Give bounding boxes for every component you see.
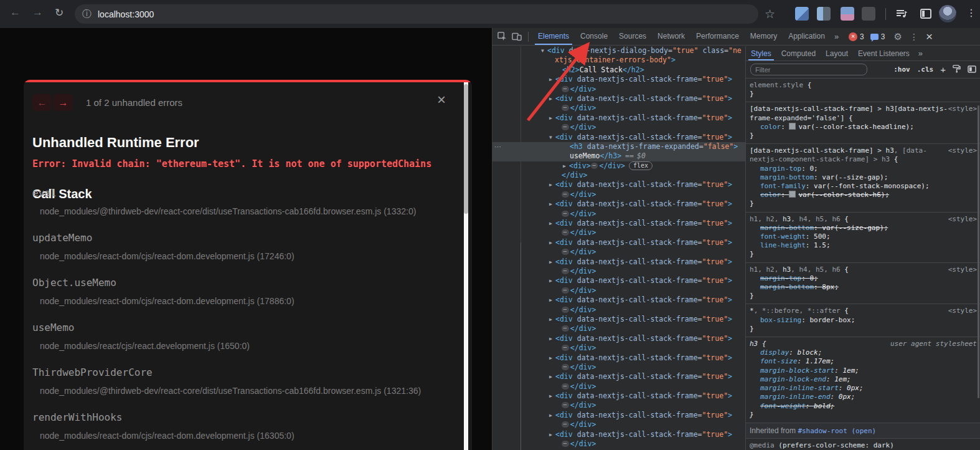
paint-format-icon[interactable] (953, 64, 961, 75)
ellipsis-expand-icon[interactable]: ⋯ (562, 383, 569, 390)
expand-arrow-icon[interactable]: ▶ (549, 113, 555, 123)
dom-tree-row[interactable]: ▶<divdata-nextjs-call-stack-frame="true"… (492, 94, 745, 103)
tab-styles[interactable]: Styles (751, 47, 771, 60)
tab-network[interactable]: Network (657, 28, 685, 45)
address-bar[interactable]: ⓘ localhost:3000 (75, 4, 758, 24)
dom-tree-row[interactable]: ⋯</div> (492, 123, 745, 132)
dom-tree-row[interactable]: </div> (492, 171, 745, 180)
ellipsis-expand-icon[interactable]: ⋯ (562, 249, 569, 255)
dom-tree-row[interactable]: ▶<div>⋯</div>flex (492, 161, 745, 171)
css-rule-element-style[interactable]: element.style { } (746, 79, 980, 102)
css-rule[interactable]: <style> [data-nextjs-call-stack-frame] >… (746, 144, 980, 212)
tab-memory[interactable]: Memory (750, 28, 777, 45)
gutter-more-icon[interactable]: ⋯ (494, 143, 501, 151)
url-text[interactable]: localhost:3000 (98, 9, 154, 19)
back-icon[interactable]: ← (10, 6, 21, 19)
toggle-hover-state-button[interactable]: :hov (893, 65, 910, 74)
expand-arrow-icon[interactable]: ▶ (549, 199, 555, 209)
dom-tree-row[interactable]: ⋯</div> (492, 401, 745, 410)
dom-tree-row[interactable]: ▼<divdata-nextjs-dialog-body="true"class… (492, 46, 745, 55)
expand-arrow-icon[interactable]: ▶ (549, 353, 555, 363)
expand-arrow-icon[interactable]: ▶ (549, 315, 555, 324)
browser-menu-icon[interactable]: ⋮ (966, 7, 976, 19)
dom-tree-row[interactable]: ▶<divdata-nextjs-call-stack-frame="true"… (492, 238, 745, 247)
expand-arrow-icon[interactable]: ▶ (549, 180, 555, 189)
expand-arrow-icon[interactable]: ▶ (549, 276, 555, 285)
stylesheet-link[interactable]: <style> (948, 215, 977, 224)
more-tabs-icon[interactable]: » (834, 32, 839, 41)
ellipsis-expand-icon[interactable]: ⋯ (562, 325, 569, 332)
device-toolbar-icon[interactable] (512, 32, 522, 41)
stylesheet-link[interactable]: <style> (948, 146, 977, 155)
css-rule[interactable]: <style> *, *::before, *::after { box-siz… (746, 304, 980, 337)
stylesheet-link[interactable]: <style> (948, 105, 977, 113)
tab-event-listeners[interactable]: Event Listeners (858, 47, 910, 60)
ellipsis-expand-icon[interactable]: ⋯ (591, 163, 598, 169)
dom-tree-row[interactable]: ▼<divdata-nextjs-call-stack-frame="true"… (492, 133, 745, 142)
toggle-class-button[interactable]: .cls (917, 65, 934, 74)
dom-tree-row[interactable]: ▶<divdata-nextjs-call-stack-frame="true"… (492, 199, 745, 209)
dom-tree-row[interactable]: ⋯</div> (492, 305, 745, 315)
dom-tree-row-selected[interactable]: useMemo</h3>==$0 (492, 151, 745, 161)
color-swatch[interactable] (789, 123, 796, 130)
dom-tree-row[interactable]: ⋯</div> (492, 247, 745, 257)
tab-console[interactable]: Console (580, 28, 608, 45)
ellipsis-expand-icon[interactable]: ⋯ (562, 124, 569, 130)
ellipsis-expand-icon[interactable]: ⋯ (562, 191, 569, 198)
dom-tree-row[interactable]: ⋯</div> (492, 324, 745, 333)
expand-arrow-icon[interactable]: ▼ (541, 46, 547, 55)
dom-tree-row[interactable]: ▶<divdata-nextjs-call-stack-frame="true"… (492, 276, 745, 285)
dom-tree-row[interactable]: ▶<divdata-nextjs-call-stack-frame="true"… (492, 315, 745, 324)
extension-icon[interactable] (841, 7, 854, 21)
dom-tree-row[interactable]: ▶<divdata-nextjs-call-stack-frame="true"… (492, 75, 745, 84)
more-tabs-icon[interactable]: » (918, 49, 923, 58)
expand-arrow-icon[interactable]: ▶ (549, 257, 555, 267)
expand-arrow-icon[interactable]: ▶ (549, 411, 555, 420)
tab-layout[interactable]: Layout (826, 47, 848, 60)
css-rule[interactable]: <style> h1, h2, h3, h4, h5, h6 { margin-… (746, 263, 980, 305)
inspect-element-icon[interactable] (497, 32, 507, 41)
ellipsis-expand-icon[interactable]: ⋯ (562, 268, 569, 274)
forward-icon[interactable]: → (32, 6, 43, 19)
dom-tree-row[interactable]: ▶<divdata-nextjs-call-stack-frame="true"… (492, 219, 745, 228)
expand-arrow-icon[interactable]: ▶ (549, 334, 555, 343)
dom-tree-row[interactable]: ▶<divdata-nextjs-call-stack-frame="true"… (492, 372, 745, 381)
dom-tree-row[interactable]: ▶<divdata-nextjs-call-stack-frame="true"… (492, 180, 745, 189)
ellipsis-expand-icon[interactable]: ⋯ (562, 364, 569, 370)
console-error-icon[interactable]: ✕ (849, 32, 857, 41)
dom-tree-row[interactable]: xtjs-container-errors-body"> (492, 55, 745, 65)
stylesheet-link[interactable]: <style> (948, 307, 977, 315)
expand-arrow-icon[interactable]: ▶ (563, 161, 569, 171)
tab-computed[interactable]: Computed (781, 47, 816, 60)
dom-tree-row[interactable]: <h2>Call Stack</h2> (492, 65, 745, 75)
bookmark-star-icon[interactable]: ☆ (765, 7, 775, 21)
dom-tree-row[interactable]: ▶<divdata-nextjs-call-stack-frame="true"… (492, 430, 745, 439)
ellipsis-expand-icon[interactable]: ⋯ (562, 441, 569, 447)
tab-elements[interactable]: Elements (538, 28, 569, 45)
dom-tree-row-selected[interactable]: <h3data-nextjs-frame-expanded="false"> (492, 142, 745, 151)
expand-arrow-icon[interactable]: ▶ (549, 430, 555, 439)
side-panel-icon[interactable] (920, 9, 931, 19)
dom-tree-row[interactable]: ⋯</div> (492, 286, 745, 295)
ellipsis-expand-icon[interactable]: ⋯ (562, 307, 569, 313)
ellipsis-expand-icon[interactable]: ⋯ (562, 402, 569, 408)
profile-avatar[interactable] (939, 5, 956, 22)
flex-badge[interactable]: flex (629, 161, 653, 170)
tab-sources[interactable]: Sources (619, 28, 646, 45)
tab-performance[interactable]: Performance (696, 28, 739, 45)
devtools-close-icon[interactable]: × (926, 31, 933, 42)
css-rule-user-agent[interactable]: user agent stylesheet h3 { displayblock … (746, 337, 980, 423)
extension-icon[interactable] (817, 7, 831, 21)
next-error-button[interactable]: → (54, 94, 73, 111)
dom-tree-row[interactable]: ⋯</div> (492, 420, 745, 429)
dom-tree-row[interactable]: ▶<divdata-nextjs-call-stack-frame="true"… (492, 353, 745, 363)
ellipsis-expand-icon[interactable]: ⋯ (562, 105, 569, 111)
ellipsis-expand-icon[interactable]: ⋯ (562, 345, 569, 351)
dom-tree-row[interactable]: ⋯</div> (492, 190, 745, 199)
new-style-rule-icon[interactable]: + (940, 66, 946, 74)
shadow-root-link[interactable]: #shadow-root (open) (798, 427, 876, 435)
styles-filter-input[interactable] (750, 64, 867, 75)
devtools-menu-icon[interactable]: ⋮ (910, 32, 918, 42)
ellipsis-expand-icon[interactable]: ⋯ (562, 211, 569, 217)
stylesheet-link[interactable]: <style> (948, 266, 977, 274)
